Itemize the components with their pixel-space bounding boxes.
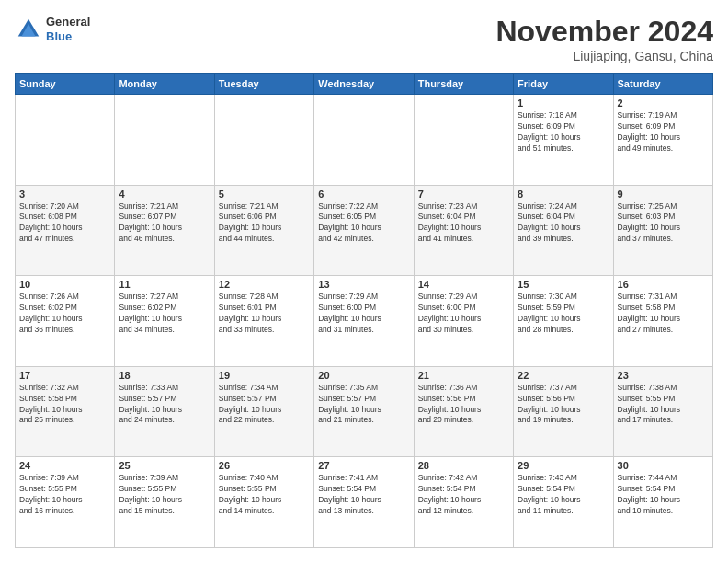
calendar-cell: [16, 95, 115, 186]
day-info: Sunrise: 7:25 AM Sunset: 6:03 PM Dayligh…: [618, 201, 709, 246]
day-number: 1: [518, 98, 609, 109]
day-info: Sunrise: 7:29 AM Sunset: 6:00 PM Dayligh…: [318, 292, 409, 336]
calendar-header-thursday: Thursday: [414, 74, 513, 95]
calendar-cell: 24Sunrise: 7:39 AM Sunset: 5:55 PM Dayli…: [16, 457, 115, 548]
day-number: 15: [518, 279, 609, 290]
calendar-cell: 26Sunrise: 7:40 AM Sunset: 5:55 PM Dayli…: [214, 457, 313, 548]
day-info: Sunrise: 7:24 AM Sunset: 6:04 PM Dayligh…: [518, 201, 609, 246]
day-number: 18: [119, 370, 210, 381]
day-number: 4: [119, 189, 210, 200]
day-number: 6: [318, 189, 409, 200]
day-number: 26: [219, 460, 310, 471]
day-number: 25: [119, 460, 210, 471]
day-info: Sunrise: 7:40 AM Sunset: 5:55 PM Dayligh…: [219, 473, 310, 517]
day-info: Sunrise: 7:32 AM Sunset: 5:58 PM Dayligh…: [19, 383, 110, 427]
day-info: Sunrise: 7:34 AM Sunset: 5:57 PM Dayligh…: [219, 383, 310, 427]
day-number: 7: [418, 189, 509, 200]
calendar-cell: 12Sunrise: 7:28 AM Sunset: 6:01 PM Dayli…: [214, 276, 313, 367]
day-number: 10: [19, 279, 110, 290]
day-info: Sunrise: 7:33 AM Sunset: 5:57 PM Dayligh…: [119, 383, 210, 427]
day-number: 14: [418, 279, 509, 290]
title-area: November 2024 Liujiaping, Gansu, China: [495, 15, 713, 63]
calendar-cell: 28Sunrise: 7:42 AM Sunset: 5:54 PM Dayli…: [414, 457, 513, 548]
calendar-cell: 8Sunrise: 7:24 AM Sunset: 6:04 PM Daylig…: [514, 185, 613, 276]
day-number: 23: [618, 370, 709, 381]
calendar-cell: [314, 95, 414, 186]
logo-text: General Blue: [46, 15, 90, 43]
day-number: 2: [618, 98, 709, 109]
header: General Blue November 2024 Liujiaping, G…: [15, 15, 713, 63]
day-info: Sunrise: 7:19 AM Sunset: 6:09 PM Dayligh…: [618, 110, 709, 155]
day-info: Sunrise: 7:21 AM Sunset: 6:07 PM Dayligh…: [119, 201, 210, 246]
calendar-cell: 16Sunrise: 7:31 AM Sunset: 5:58 PM Dayli…: [613, 276, 712, 367]
day-number: 12: [219, 279, 310, 290]
calendar-header-wednesday: Wednesday: [314, 74, 414, 95]
calendar-cell: 20Sunrise: 7:35 AM Sunset: 5:57 PM Dayli…: [314, 366, 414, 457]
calendar-header-tuesday: Tuesday: [214, 74, 313, 95]
day-info: Sunrise: 7:28 AM Sunset: 6:01 PM Dayligh…: [219, 292, 310, 336]
calendar-cell: 10Sunrise: 7:26 AM Sunset: 6:02 PM Dayli…: [16, 276, 115, 367]
calendar-header-row: SundayMondayTuesdayWednesdayThursdayFrid…: [16, 74, 713, 95]
day-number: 17: [19, 370, 110, 381]
logo-blue: Blue: [46, 29, 90, 44]
calendar-cell: 14Sunrise: 7:29 AM Sunset: 6:00 PM Dayli…: [414, 276, 513, 367]
day-number: 9: [618, 189, 709, 200]
day-number: 30: [618, 460, 709, 471]
day-number: 22: [518, 370, 609, 381]
calendar-week-2: 3Sunrise: 7:20 AM Sunset: 6:08 PM Daylig…: [16, 185, 713, 276]
day-info: Sunrise: 7:18 AM Sunset: 6:09 PM Dayligh…: [518, 110, 609, 155]
calendar-cell: 13Sunrise: 7:29 AM Sunset: 6:00 PM Dayli…: [314, 276, 414, 367]
calendar-cell: 30Sunrise: 7:44 AM Sunset: 5:54 PM Dayli…: [613, 457, 712, 548]
day-info: Sunrise: 7:26 AM Sunset: 6:02 PM Dayligh…: [19, 292, 110, 336]
day-number: 28: [418, 460, 509, 471]
day-info: Sunrise: 7:42 AM Sunset: 5:54 PM Dayligh…: [418, 473, 509, 517]
logo: General Blue: [15, 15, 90, 43]
day-number: 8: [518, 189, 609, 200]
day-info: Sunrise: 7:44 AM Sunset: 5:54 PM Dayligh…: [618, 473, 709, 517]
calendar-week-5: 24Sunrise: 7:39 AM Sunset: 5:55 PM Dayli…: [16, 457, 713, 548]
calendar-week-1: 1Sunrise: 7:18 AM Sunset: 6:09 PM Daylig…: [16, 95, 713, 186]
day-info: Sunrise: 7:23 AM Sunset: 6:04 PM Dayligh…: [418, 201, 509, 246]
day-info: Sunrise: 7:22 AM Sunset: 6:05 PM Dayligh…: [318, 201, 409, 246]
calendar-week-3: 10Sunrise: 7:26 AM Sunset: 6:02 PM Dayli…: [16, 276, 713, 367]
calendar-week-4: 17Sunrise: 7:32 AM Sunset: 5:58 PM Dayli…: [16, 366, 713, 457]
calendar-cell: [414, 95, 513, 186]
day-info: Sunrise: 7:31 AM Sunset: 5:58 PM Dayligh…: [618, 292, 709, 336]
calendar-header-sunday: Sunday: [16, 74, 115, 95]
day-info: Sunrise: 7:35 AM Sunset: 5:57 PM Dayligh…: [318, 383, 409, 427]
day-number: 20: [318, 370, 409, 381]
calendar-cell: 21Sunrise: 7:36 AM Sunset: 5:56 PM Dayli…: [414, 366, 513, 457]
calendar-header-saturday: Saturday: [613, 74, 712, 95]
calendar-cell: 19Sunrise: 7:34 AM Sunset: 5:57 PM Dayli…: [214, 366, 313, 457]
calendar-table: SundayMondayTuesdayWednesdayThursdayFrid…: [15, 73, 713, 548]
day-info: Sunrise: 7:41 AM Sunset: 5:54 PM Dayligh…: [318, 473, 409, 517]
calendar-cell: 29Sunrise: 7:43 AM Sunset: 5:54 PM Dayli…: [514, 457, 613, 548]
day-number: 24: [19, 460, 110, 471]
calendar-cell: 23Sunrise: 7:38 AM Sunset: 5:55 PM Dayli…: [613, 366, 712, 457]
day-info: Sunrise: 7:27 AM Sunset: 6:02 PM Dayligh…: [119, 292, 210, 336]
calendar-cell: 4Sunrise: 7:21 AM Sunset: 6:07 PM Daylig…: [115, 185, 214, 276]
day-number: 21: [418, 370, 509, 381]
day-number: 19: [219, 370, 310, 381]
calendar-cell: [214, 95, 313, 186]
day-info: Sunrise: 7:36 AM Sunset: 5:56 PM Dayligh…: [418, 383, 509, 427]
day-number: 16: [618, 279, 709, 290]
logo-icon: [15, 16, 42, 43]
calendar-cell: 3Sunrise: 7:20 AM Sunset: 6:08 PM Daylig…: [16, 185, 115, 276]
calendar-cell: 5Sunrise: 7:21 AM Sunset: 6:06 PM Daylig…: [214, 185, 313, 276]
day-info: Sunrise: 7:43 AM Sunset: 5:54 PM Dayligh…: [518, 473, 609, 517]
calendar-cell: 25Sunrise: 7:39 AM Sunset: 5:55 PM Dayli…: [115, 457, 214, 548]
calendar-cell: 6Sunrise: 7:22 AM Sunset: 6:05 PM Daylig…: [314, 185, 414, 276]
logo-general: General: [46, 15, 90, 29]
day-info: Sunrise: 7:20 AM Sunset: 6:08 PM Dayligh…: [19, 201, 110, 246]
page: General Blue November 2024 Liujiaping, G…: [0, 0, 728, 563]
calendar-cell: [115, 95, 214, 186]
day-info: Sunrise: 7:29 AM Sunset: 6:00 PM Dayligh…: [418, 292, 509, 336]
calendar-cell: 9Sunrise: 7:25 AM Sunset: 6:03 PM Daylig…: [613, 185, 712, 276]
month-title: November 2024: [495, 15, 713, 49]
day-number: 5: [219, 189, 310, 200]
day-number: 13: [318, 279, 409, 290]
day-info: Sunrise: 7:39 AM Sunset: 5:55 PM Dayligh…: [119, 473, 210, 517]
day-info: Sunrise: 7:37 AM Sunset: 5:56 PM Dayligh…: [518, 383, 609, 427]
calendar-cell: 7Sunrise: 7:23 AM Sunset: 6:04 PM Daylig…: [414, 185, 513, 276]
